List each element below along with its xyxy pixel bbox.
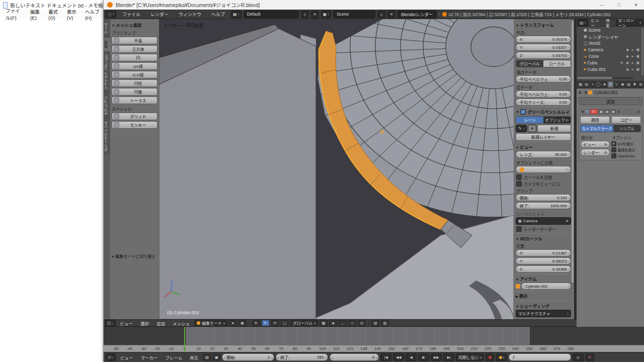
cursor-coord-field[interactable]: X:0.21367: [516, 249, 571, 256]
move-modifier-icons[interactable]: ▲▼: [617, 110, 620, 114]
local-button[interactable]: ローカル: [543, 60, 571, 67]
playback-button[interactable]: ◀: [406, 353, 417, 361]
shading-sphere-icon[interactable]: ●: [229, 320, 237, 326]
current-frame-field[interactable]: 0: [330, 353, 379, 361]
gpencil-draw-icon[interactable]: ✎↕: [516, 125, 527, 132]
lock-icon[interactable]: ◈: [329, 320, 337, 326]
playback-button[interactable]: ◀◀: [393, 353, 404, 361]
record-button[interactable]: [486, 353, 495, 361]
mesh-add-panel-header[interactable]: メッシュ追加: [111, 21, 158, 29]
proportional-edit-icon[interactable]: ◎: [358, 320, 366, 326]
layout-add-button[interactable]: ＋: [301, 11, 309, 18]
timeline-menu-item[interactable]: フレーム: [163, 354, 186, 360]
cursor-panel-header[interactable]: 3Dカーソル: [515, 233, 572, 242]
outliner-hscrollbar[interactable]: [577, 77, 633, 79]
topbar-menu-item[interactable]: ファイル: [118, 11, 144, 18]
timeline-menu-item[interactable]: マーカー: [138, 354, 161, 360]
timeline-playhead[interactable]: [184, 327, 185, 352]
close-button[interactable]: ✕: [627, 0, 644, 10]
scene-delete-button[interactable]: ✕: [387, 11, 395, 18]
viewport-3d[interactable]: ユーザー・平行投影 (0) Cylinder.002: [159, 19, 514, 319]
frame-lock-icon[interactable]: ▣: [212, 354, 220, 360]
add-primitive-button[interactable]: ICO球: [112, 71, 157, 78]
edge-data-field[interactable]: 平均ベベルウェ:0.00: [516, 90, 571, 98]
npanel-scrollbar[interactable]: [572, 21, 574, 283]
gpencil-scene-tab[interactable]: シーン: [516, 117, 543, 123]
playback-button[interactable]: |◀: [380, 353, 391, 361]
tab-particles-icon[interactable]: ✱: [632, 81, 637, 87]
outliner-row[interactable]: ▲ Cone ◉ ▸ ▦: [577, 53, 644, 59]
tab-texture-icon[interactable]: ▨: [626, 81, 631, 87]
blender-titlebar[interactable]: Blender* [C:¥Users¥mamepika¥Documents¥ジョ…: [104, 0, 644, 10]
outliner-filter-dropdown[interactable]: 全てのシーン▾: [616, 20, 643, 26]
notepad-menu-item[interactable]: 書式(O): [45, 8, 63, 21]
playback-button[interactable]: ▶▶: [431, 353, 442, 361]
median-coord-field[interactable]: Y:-0.05257: [516, 44, 571, 51]
subdiv-view-field[interactable]: ビュー:0: [581, 141, 610, 148]
expand-icon[interactable]: ▼: [581, 110, 584, 114]
viewport-menu-item[interactable]: メッシュ: [170, 320, 193, 326]
tab-render-icon[interactable]: ▦: [578, 81, 583, 87]
viewport-menu-item[interactable]: 選択: [137, 320, 152, 326]
layers-grid-icon[interactable]: ▦: [319, 320, 328, 326]
insert-keyframe-button[interactable]: ◎: [573, 353, 584, 361]
gpencil-checkbox[interactable]: ✓: [520, 109, 526, 115]
add-primitive-button[interactable]: 平面: [112, 37, 157, 44]
median-coord-field[interactable]: Z:0.93703: [516, 52, 571, 59]
snap-magnet-icon[interactable]: ◡: [339, 320, 347, 326]
manipulator-scale-icon[interactable]: ▢: [281, 320, 289, 326]
delete-keyframe-button[interactable]: ✕: [585, 353, 594, 361]
engine-stepper-icon[interactable]: ↕: [439, 13, 440, 16]
display-panel-header[interactable]: 表示: [515, 291, 572, 300]
vertex-bevel-field[interactable]: 平均ベベルウェ:0.00: [516, 75, 571, 82]
toolshelf-tab[interactable]: オプション: [104, 93, 110, 118]
add-primitive-button[interactable]: 円: [112, 54, 157, 61]
scene-add-button[interactable]: ＋: [377, 11, 385, 18]
option-checkbox[interactable]: [611, 147, 616, 152]
editmode-visibility-icon[interactable]: ▣: [611, 109, 616, 114]
keying-set-field[interactable]: ⚷: [509, 353, 571, 361]
layout-icon[interactable]: ▦↕: [231, 11, 242, 18]
lens-field[interactable]: レンズ:35.000: [516, 151, 571, 158]
start-frame-field[interactable]: 開始:1: [222, 353, 274, 361]
toolshelf-tab[interactable]: シェイディング / UV: [104, 51, 110, 93]
option-checkbox[interactable]: [611, 153, 616, 158]
clip-end-field[interactable]: 終了:1000.000: [516, 202, 571, 209]
item-name-field[interactable]: Cylinder.002: [521, 283, 571, 290]
outliner-editor-icon[interactable]: ▤↕: [578, 19, 588, 27]
topbar-menu-item[interactable]: レンダー: [146, 11, 173, 18]
minimize-button[interactable]: —: [593, 0, 610, 10]
viewport-visibility-icon[interactable]: ◉: [605, 109, 610, 114]
modifier-option-row[interactable]: 最適化表示: [611, 147, 641, 153]
gpencil-new-button[interactable]: 新規: [537, 125, 571, 132]
topbar-menu-item[interactable]: ヘルプ: [207, 11, 229, 18]
tab-physics-icon[interactable]: ◍: [638, 81, 643, 87]
cursor-coord-field[interactable]: Y:-0.56223: [516, 257, 571, 264]
render-visibility-icon[interactable]: ▦: [599, 109, 604, 114]
render-anim-icon[interactable]: ▥: [381, 320, 389, 326]
breadcrumb-pin-icon[interactable]: ◨: [584, 90, 587, 95]
breadcrumb-object-name[interactable]: Cylinder.002: [594, 90, 617, 95]
global-button[interactable]: グローバル: [516, 60, 543, 67]
sync-dropdown[interactable]: 同期しない▾: [456, 353, 484, 361]
notepad-menu-item[interactable]: ヘルプ(H): [82, 8, 103, 21]
outliner-view-menu[interactable]: ビュー: [590, 19, 603, 28]
lock-cursor-row[interactable]: カーソルを注視: [515, 174, 572, 180]
tab-world-icon[interactable]: ◯: [596, 81, 601, 87]
modifier-option-row[interactable]: OpenSubd..: [611, 153, 641, 159]
add-primitive-button[interactable]: 立方体: [112, 45, 157, 53]
edge-data-field[interactable]: 平均クリース:0.00: [516, 99, 571, 106]
pivot-center-icon[interactable]: ◉: [238, 320, 247, 326]
cursor-coord-field[interactable]: Z:0.39366: [516, 265, 571, 273]
keying-set-dropdown[interactable]: ▾: [496, 353, 507, 361]
apply-button[interactable]: 適用: [580, 116, 610, 124]
tab-modifiers-icon[interactable]: ⚙: [608, 81, 613, 87]
lock-camera-row[interactable]: カメラをビューにロ..: [515, 180, 572, 187]
topbar-menu-item[interactable]: ウィンドウ: [175, 11, 205, 18]
lock-object-dropdown[interactable]: ∕: [516, 166, 571, 173]
lock-camera-checkbox[interactable]: [516, 181, 522, 187]
timeline-menu-item[interactable]: ビュー: [117, 354, 136, 360]
end-frame-field[interactable]: 終了:250: [276, 353, 328, 361]
modifier-option-row[interactable]: ✓UVを細分..: [611, 141, 641, 147]
scene-selector[interactable]: Scene: [333, 11, 375, 18]
